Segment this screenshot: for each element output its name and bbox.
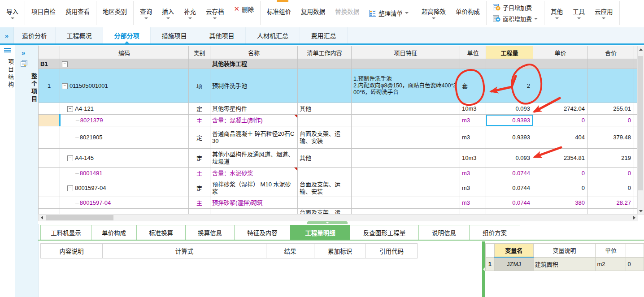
collapse-icon[interactable] xyxy=(67,155,73,161)
selected-variable-cell[interactable]: JZMJ xyxy=(494,257,533,271)
delete-button[interactable]: 删除 xyxy=(234,4,254,13)
col-result[interactable]: 结果 xyxy=(266,244,314,258)
scroll-left-button[interactable] xyxy=(39,215,45,221)
self-check-button[interactable]: 项目自检 xyxy=(31,7,56,19)
col-feature[interactable]: 项目特征 xyxy=(352,46,460,59)
project-structure-rail: 项目结构 xyxy=(0,45,15,297)
scroll-down-button[interactable] xyxy=(638,208,644,215)
yuan-doc-icon: ¥ xyxy=(493,4,500,11)
col-code[interactable]: 编码 xyxy=(60,46,189,59)
col-marker xyxy=(39,46,60,59)
scroll-right-button[interactable] xyxy=(631,215,638,221)
tree-item-whole-project[interactable]: 整个项目 xyxy=(15,73,38,103)
cloud-apps-button[interactable]: 云应用 xyxy=(595,7,613,19)
selected-cell[interactable]: 0.9393 xyxy=(486,115,533,126)
col-unit[interactable]: 单位 xyxy=(460,46,486,59)
others-button[interactable]: 其他 xyxy=(551,7,563,19)
expand-panel-icon[interactable]: » xyxy=(22,49,38,56)
area-surcharge-button[interactable]: 面积增加费 xyxy=(493,14,538,23)
table-row-a4-121[interactable]: A4-121 定 其他零星构件 其他 10m3 0.093 2742.04 25… xyxy=(39,103,638,115)
tab-measure-items[interactable]: 措施项目 xyxy=(151,27,198,43)
delete-x-icon xyxy=(234,5,240,13)
variable-table: 变量名 变量说明 单位 1 JZMJ 建筑面积 m2 0 xyxy=(485,243,644,271)
col-content-desc[interactable]: 内容说明 xyxy=(41,244,103,258)
tab-other-items[interactable]: 其他项目 xyxy=(198,27,246,43)
cloud-save-button[interactable]: 云存档 xyxy=(206,7,224,19)
superhigh-reduction-button[interactable]: 超高降效 xyxy=(422,7,446,19)
table-row-8001597-04[interactable]: 8001597-04 定 预拌砂浆（湿拌） M10 水泥砂浆 台面及支架、运输、… xyxy=(39,179,638,197)
chevron-down-icon xyxy=(326,222,329,224)
standard-pricing-button[interactable]: 标准组价 xyxy=(267,7,291,19)
note-corner-marker xyxy=(294,115,297,118)
col-var-name[interactable]: 变量名 xyxy=(494,244,533,258)
btab-description[interactable]: 说明信息 xyxy=(418,225,470,240)
table-row-8001491[interactable]: 8001491 主 含量：水泥砂浆 m3 0.0744 0 0 xyxy=(39,168,638,179)
col-unit-price[interactable]: 单价 xyxy=(533,46,588,59)
col-var-unit[interactable]: 单位 xyxy=(596,244,626,258)
table-row-8001597-04-main[interactable]: 8001597-04 主 预拌砂浆(湿拌)砌筑 m3 0.0744 380 28… xyxy=(39,197,638,209)
table-row-item-1[interactable]: 1 011505001001 项 预制件洗手池 1.预制件洗手池 2.内配双向φ… xyxy=(39,69,638,103)
tab-project-overview[interactable]: 工程概况 xyxy=(56,27,103,43)
collapse-panel-button[interactable]: » xyxy=(0,27,14,43)
panel-title: 项目结构 xyxy=(0,59,15,89)
col-accumulate[interactable]: 累加标识 xyxy=(314,244,366,258)
supplement-button[interactable]: 补充 xyxy=(184,7,196,19)
organize-list-button[interactable]: 整理清单 xyxy=(369,9,409,17)
col-total-price[interactable]: 合价 xyxy=(588,46,634,59)
tab-fee-summary[interactable]: 费用汇总 xyxy=(300,27,348,43)
replace-data-button[interactable]: 替换数据 xyxy=(335,7,359,19)
table-row-8021905[interactable]: 8021905 定 普通商品混凝土 碎石粒径20石C30 台面及支架、运输、安装… xyxy=(39,126,638,149)
import-button[interactable]: 导入 xyxy=(6,7,18,19)
col-work-content[interactable]: 清单工作内容 xyxy=(298,46,352,59)
btab-std-conversion[interactable]: 标准换算 xyxy=(136,225,186,240)
chevron-down-icon xyxy=(534,18,538,20)
btab-feature-content[interactable]: 特征及内容 xyxy=(234,225,291,240)
scroll-up-button[interactable] xyxy=(638,46,644,53)
btab-quantity-detail[interactable]: 工程量明细 xyxy=(290,225,350,240)
tab-cost-analysis[interactable]: 造价分析 xyxy=(14,27,56,43)
insert-button[interactable]: 插入 xyxy=(162,7,174,19)
toolbar-group-edit: 查询 插入 补充 云存档 删除 xyxy=(134,1,261,25)
subitem-surcharge-button[interactable]: ¥ 子目增加费 xyxy=(493,3,538,12)
detail-tabbar: 工料机显示 单价构成 标准换算 换算信息 特征及内容 工程量明细 反查图形工程量… xyxy=(38,224,644,241)
table-row-partial[interactable]: 台面及支架、运输、 xyxy=(39,209,638,215)
collapse-icon[interactable] xyxy=(62,83,68,89)
col-formula[interactable]: 计算式 xyxy=(103,244,266,258)
btab-conversion-info[interactable]: 换算信息 xyxy=(185,225,235,240)
btab-graphic-quantity[interactable]: 反查图形工程量 xyxy=(350,225,419,240)
vertical-scroll-thumb[interactable] xyxy=(638,56,643,190)
variable-header-row: 变量名 变量说明 单位 xyxy=(486,244,644,258)
fee-view-button[interactable]: 费用查看 xyxy=(65,7,90,19)
btab-price-comp[interactable]: 单价构成 xyxy=(91,225,137,240)
col-var-stub xyxy=(626,244,644,258)
btab-labor-machine[interactable]: 工料机显示 xyxy=(40,225,91,240)
collapse-icon[interactable] xyxy=(67,106,73,112)
btab-pricing-scheme[interactable]: 组价方案 xyxy=(469,225,520,240)
chevron-down-icon xyxy=(577,17,581,19)
col-var-desc[interactable]: 变量说明 xyxy=(533,244,596,258)
region-category-button[interactable]: 地区类别 xyxy=(103,7,127,19)
reuse-data-button[interactable]: 复用数据 xyxy=(301,7,325,19)
table-row-8021379[interactable]: 8021379 主 含量：混凝土(制作) m3 0.9393 0 0 xyxy=(39,115,638,126)
boq-grid: 编码 类别 名称 清单工作内容 项目特征 单位 工程量 单价 合价 B1 其他装… xyxy=(38,46,637,214)
collapse-icon[interactable] xyxy=(67,185,73,191)
table-row-group-b1[interactable]: B1 其他装饰工程 xyxy=(39,59,638,69)
table-row-a4-145[interactable]: A4-145 定 其他小型构件及通风道、烟道、垃圾道 其他 10m3 0.093… xyxy=(39,149,638,168)
collapse-icon[interactable] xyxy=(62,61,68,67)
col-category[interactable]: 类别 xyxy=(189,46,210,59)
variable-row-jzmj[interactable]: 1 JZMJ 建筑面积 m2 0 xyxy=(486,257,644,271)
tab-subsections[interactable]: 分部分项 xyxy=(103,27,151,43)
col-quantity[interactable]: 工程量 xyxy=(486,46,533,59)
tab-labor-material[interactable]: 人材机汇总 xyxy=(246,27,300,43)
tools-button[interactable]: 工具 xyxy=(573,7,585,19)
green-divider[interactable] xyxy=(482,241,485,297)
col-ref-code[interactable]: 引用代码 xyxy=(366,244,418,258)
chevron-down-icon xyxy=(166,17,170,19)
query-button[interactable]: 查询 xyxy=(140,7,152,19)
col-name[interactable]: 名称 xyxy=(210,46,298,59)
vertical-scrollbar[interactable] xyxy=(637,46,644,215)
menu-icon[interactable] xyxy=(4,48,11,49)
horizontal-scroll-thumb[interactable] xyxy=(46,215,113,220)
unit-price-composition-button[interactable]: 单价构成 xyxy=(456,7,480,19)
chevron-down-icon xyxy=(144,17,148,19)
